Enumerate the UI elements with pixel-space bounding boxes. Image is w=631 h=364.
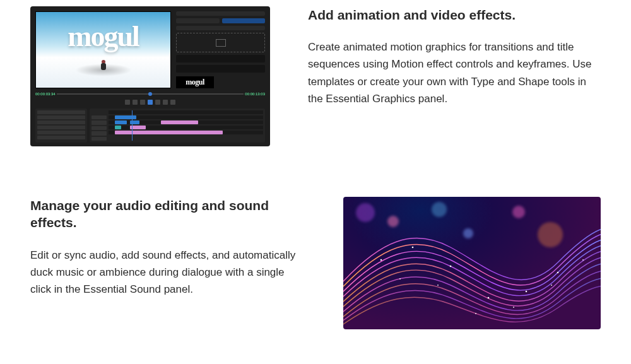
feature-body-2: Edit or sync audio, add sound effects, a… xyxy=(30,247,305,298)
graphics-dropzone xyxy=(176,33,265,52)
feature-text-2: Manage your audio editing and sound effe… xyxy=(30,197,305,298)
playback-controls xyxy=(35,100,265,106)
skier-icon xyxy=(99,60,108,71)
program-monitor: mogul xyxy=(35,11,171,88)
feature-heading-1: Add animation and video effects. xyxy=(308,6,601,23)
svg-point-10 xyxy=(551,285,552,286)
svg-point-3 xyxy=(488,297,490,299)
svg-point-2 xyxy=(450,266,452,267)
svg-point-7 xyxy=(437,285,439,286)
feature-body-1: Create animated motion graphics for tran… xyxy=(308,38,601,107)
timecode-right: 00:00:13:03 xyxy=(245,92,265,96)
timecode-left: 00:00:03:34 xyxy=(35,92,56,96)
svg-point-5 xyxy=(557,272,559,274)
feature-image-editor: mogul mogul 00:0 xyxy=(30,6,270,146)
video-editor-mock: mogul mogul 00:0 xyxy=(30,6,270,146)
scrub-bar: 00:00:03:34 00:00:13:03 xyxy=(35,91,265,97)
timeline-panel xyxy=(90,109,265,143)
svg-point-0 xyxy=(380,259,382,261)
svg-point-4 xyxy=(526,291,528,293)
feature-heading-2: Manage your audio editing and sound effe… xyxy=(30,197,305,232)
svg-point-9 xyxy=(513,307,514,308)
feature-row-2: Manage your audio editing and sound effe… xyxy=(30,197,601,329)
project-panel xyxy=(35,109,87,143)
playhead-icon xyxy=(132,110,133,141)
feature-row-1: mogul mogul 00:0 xyxy=(30,6,601,146)
feature-image-wave xyxy=(343,197,601,329)
svg-point-8 xyxy=(475,313,476,314)
audio-wave-visual xyxy=(343,197,601,329)
monitor-title-text: mogul xyxy=(36,22,170,51)
graphics-tab-active xyxy=(222,18,266,23)
graphics-panel: mogul xyxy=(176,11,265,88)
graphics-thumb: mogul xyxy=(176,76,214,88)
svg-point-1 xyxy=(412,247,414,249)
svg-point-11 xyxy=(582,259,584,261)
feature-text-1: Add animation and video effects. Create … xyxy=(308,6,601,107)
svg-point-6 xyxy=(399,278,401,279)
